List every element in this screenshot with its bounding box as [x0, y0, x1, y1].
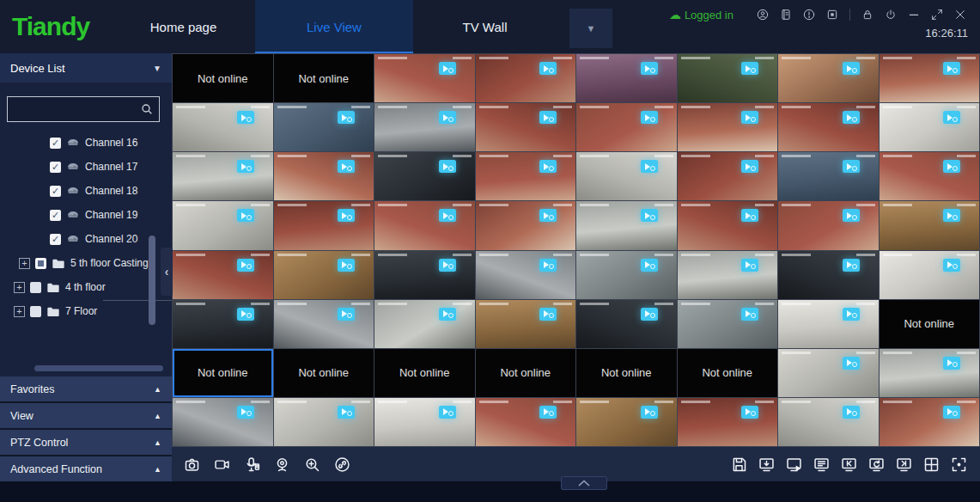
video-cell-offline[interactable]: Not online: [476, 349, 576, 397]
video-cell-live[interactable]: [576, 201, 677, 249]
device-search-input[interactable]: [8, 97, 159, 121]
more-tabs-button[interactable]: ▼: [569, 9, 612, 48]
record-icon[interactable]: [212, 455, 231, 474]
video-cell-live[interactable]: [678, 54, 778, 102]
video-cell-live[interactable]: [576, 152, 677, 200]
toolbar-collapse-button[interactable]: [561, 476, 607, 490]
video-cell-offline[interactable]: Not online: [274, 54, 374, 102]
video-cell-live[interactable]: [173, 300, 273, 348]
section-view[interactable]: View▲: [0, 403, 172, 428]
video-cell-live[interactable]: [678, 103, 778, 151]
device-list-header[interactable]: Device List ▼: [0, 53, 172, 83]
tree-item-channel[interactable]: ✓Channel 17: [0, 155, 172, 179]
video-cell-live[interactable]: [374, 300, 475, 348]
video-cell-live[interactable]: [274, 103, 374, 151]
record-square-icon[interactable]: [825, 7, 840, 22]
video-cell-offline[interactable]: Not online: [576, 349, 677, 397]
video-cell-live[interactable]: [173, 103, 273, 151]
video-cell-offline[interactable]: Not online: [880, 300, 980, 348]
tab-home-page[interactable]: Home page: [112, 0, 255, 53]
tree-item-channel[interactable]: ✓Channel 16: [0, 131, 172, 155]
expand-plus-icon[interactable]: +: [14, 306, 25, 317]
video-cell-live[interactable]: [374, 201, 475, 249]
video-cell-live[interactable]: [576, 251, 677, 299]
checkbox-partial[interactable]: [35, 258, 46, 269]
checkbox-checked[interactable]: ✓: [50, 138, 61, 149]
monitor-list-icon[interactable]: [812, 455, 831, 474]
close-icon[interactable]: [953, 7, 968, 22]
monitor-next-icon[interactable]: [894, 455, 913, 474]
grid-split-icon[interactable]: [922, 455, 940, 474]
video-cell-live[interactable]: [778, 398, 879, 446]
account-icon[interactable]: [755, 7, 770, 22]
tree-item-channel[interactable]: ✓Channel 20: [0, 227, 172, 251]
video-cell-live[interactable]: [880, 251, 980, 299]
sidebar-collapse-handle[interactable]: ‹: [161, 248, 173, 296]
video-cell-offline[interactable]: Not online: [173, 349, 273, 397]
video-cell-offline[interactable]: Not online: [173, 54, 273, 102]
video-cell-live[interactable]: [678, 251, 778, 299]
video-cell-live[interactable]: [173, 398, 273, 446]
video-cell-live[interactable]: [274, 152, 374, 200]
video-cell-live[interactable]: [778, 251, 879, 299]
link-icon[interactable]: [332, 455, 351, 474]
save-icon[interactable]: [729, 455, 748, 474]
video-cell-live[interactable]: [880, 398, 980, 446]
checkbox-checked[interactable]: ✓: [50, 210, 61, 221]
tree-item-channel[interactable]: ✓Channel 19: [0, 203, 172, 227]
talk-icon[interactable]: [242, 455, 261, 474]
video-cell-live[interactable]: [476, 251, 576, 299]
section-advanced-function[interactable]: Advanced Function▲: [0, 456, 172, 481]
dome-icon[interactable]: [272, 455, 291, 474]
video-cell-offline[interactable]: Not online: [374, 349, 475, 397]
monitor-down-icon[interactable]: [757, 455, 776, 474]
video-cell-live[interactable]: [476, 103, 576, 151]
checkbox-checked[interactable]: ✓: [50, 234, 61, 245]
power-icon[interactable]: [883, 7, 898, 22]
video-cell-live[interactable]: [678, 398, 778, 446]
video-cell-live[interactable]: [880, 54, 980, 102]
section-favorites[interactable]: Favorites▲: [0, 376, 172, 401]
tree-horizontal-scrollbar[interactable]: [34, 365, 163, 371]
video-cell-offline[interactable]: Not online: [678, 349, 778, 397]
checkbox-unchecked[interactable]: [30, 306, 41, 317]
video-cell-live[interactable]: [374, 152, 475, 200]
video-cell-live[interactable]: [173, 152, 273, 200]
minimize-icon[interactable]: [906, 7, 922, 22]
video-cell-live[interactable]: [374, 398, 475, 446]
video-cell-live[interactable]: [274, 201, 374, 249]
video-cell-live[interactable]: [476, 201, 576, 249]
video-cell-live[interactable]: [576, 300, 677, 348]
video-cell-live[interactable]: [778, 103, 879, 151]
tree-item-channel[interactable]: ✓Channel 18: [0, 179, 172, 203]
video-cell-live[interactable]: [778, 300, 879, 348]
video-cell-live[interactable]: [173, 251, 273, 299]
monitor-cycle-icon[interactable]: [867, 455, 886, 474]
expand-plus-icon[interactable]: +: [14, 282, 25, 293]
video-cell-live[interactable]: [476, 54, 576, 102]
video-cell-live[interactable]: [476, 152, 576, 200]
video-cell-live[interactable]: [576, 398, 677, 446]
video-cell-live[interactable]: [374, 251, 475, 299]
video-cell-live[interactable]: [778, 54, 879, 102]
checkbox-unchecked[interactable]: [30, 282, 41, 293]
tree-item-folder[interactable]: +7 Floor: [0, 299, 172, 323]
video-cell-live[interactable]: [778, 152, 879, 200]
video-cell-live[interactable]: [678, 201, 778, 249]
monitor-play-icon[interactable]: [784, 455, 803, 474]
tree-item-folder[interactable]: +5 th floor Casting: [0, 251, 172, 275]
tab-tv-wall[interactable]: TV Wall: [413, 0, 557, 53]
lock-icon[interactable]: [860, 7, 875, 22]
video-cell-live[interactable]: [778, 201, 879, 249]
search-icon[interactable]: [140, 102, 154, 116]
section-ptz-control[interactable]: PTZ Control▲: [0, 430, 172, 455]
checkbox-checked[interactable]: ✓: [50, 162, 61, 173]
video-cell-live[interactable]: [678, 300, 778, 348]
video-cell-live[interactable]: [880, 152, 980, 200]
fullscreen-icon[interactable]: [949, 455, 968, 474]
video-cell-offline[interactable]: Not online: [274, 349, 374, 397]
expand-plus-icon[interactable]: +: [19, 258, 30, 269]
video-cell-live[interactable]: [880, 349, 980, 397]
journal-icon[interactable]: [778, 7, 794, 22]
video-cell-live[interactable]: [576, 54, 677, 102]
